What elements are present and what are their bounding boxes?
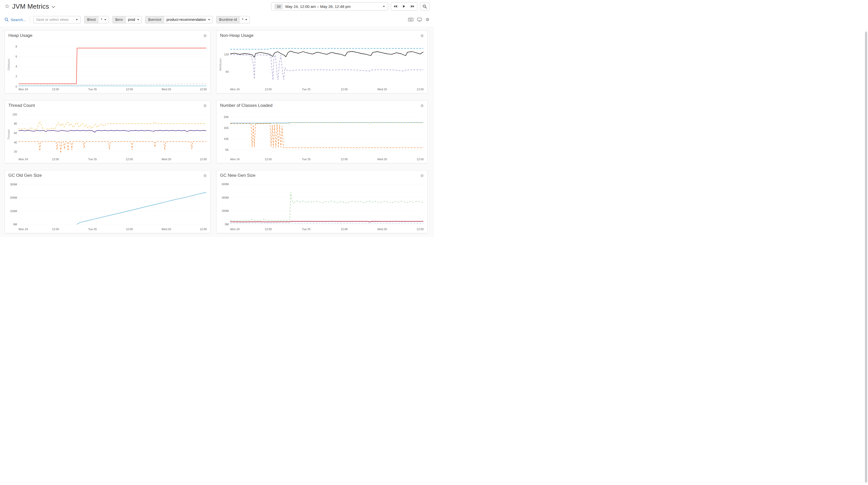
svg-text:Mon 24: Mon 24 (230, 158, 240, 161)
svg-text:12:00: 12:00 (265, 88, 272, 91)
svg-text:Tue 25: Tue 25 (88, 158, 97, 161)
favorite-star-icon[interactable]: ☆ (5, 4, 10, 9)
time-fast-forward-button[interactable] (408, 3, 417, 10)
rewind-icon (394, 5, 397, 8)
svg-text:Tue 25: Tue 25 (302, 88, 311, 91)
chart-heap-usage[interactable]: 02468Mon 2412:00Tue 2512:00Wed 2612:00Gi… (7, 41, 208, 92)
panel-settings-gear-icon[interactable]: ⚙ (204, 34, 207, 38)
svg-text:5K: 5K (225, 148, 229, 151)
svg-text:Gibibytes: Gibibytes (7, 59, 10, 70)
svg-text:Wed 26: Wed 26 (377, 88, 387, 91)
svg-text:20K: 20K (224, 116, 229, 119)
panel-title: Non-Heap Usage (220, 33, 253, 38)
template-var-service-label: $service (146, 16, 164, 23)
dashboard-settings-gear-icon[interactable]: ⚙ (426, 18, 429, 22)
panel-title: Heap Usage (8, 33, 33, 38)
panel-settings-gear-icon[interactable]: ⚙ (421, 174, 424, 177)
panel-thread-count: Thread Count ⚙ 20406080100Mon 2412:00Tue… (5, 100, 211, 163)
svg-text:0M: 0M (13, 223, 17, 226)
svg-text:Tue 25: Tue 25 (302, 228, 311, 231)
panel-gc-new-gen: GC New Gen Size ⚙ 0M200M400M600MMon 2412… (216, 170, 428, 233)
svg-text:Wed 26: Wed 26 (377, 228, 387, 231)
saved-views-caret-icon (76, 19, 78, 20)
panel-settings-gear-icon[interactable]: ⚙ (204, 104, 207, 107)
svg-text:12:00: 12:00 (200, 88, 207, 91)
svg-text:Wed 26: Wed 26 (377, 158, 387, 161)
svg-text:12:00: 12:00 (265, 158, 272, 161)
fullscreen-tv-button[interactable] (417, 18, 422, 22)
template-var-runtime-id-value: * (240, 16, 250, 23)
svg-text:12:00: 12:00 (126, 88, 133, 91)
panel-header: Number of Classes Loaded ⚙ (216, 100, 427, 110)
chart-gc-new-gen[interactable]: 0M200M400M600MMon 2412:00Tue 2512:00Wed … (219, 181, 425, 231)
chart-thread-count[interactable]: 20406080100Mon 2412:00Tue 2512:00Wed 261… (7, 110, 208, 161)
chart-classes-loaded[interactable]: 5K10K15K20KMon 2412:00Tue 2512:00Wed 261… (219, 110, 425, 161)
title-chevron-down-icon[interactable] (52, 6, 55, 8)
svg-text:128: 128 (224, 53, 229, 56)
panel-settings-gear-icon[interactable]: ⚙ (204, 174, 207, 177)
template-var-env-label: $env (113, 16, 126, 23)
dashboard-header: ☆ JVM Metrics 3d May 24, 12:00 am – May … (0, 0, 434, 13)
svg-text:12:00: 12:00 (417, 88, 424, 91)
svg-text:8: 8 (16, 45, 17, 48)
svg-text:60: 60 (14, 131, 17, 134)
dashboard-title: JVM Metrics (12, 3, 49, 10)
svg-text:Mon 24: Mon 24 (230, 228, 240, 231)
zoom-out-button[interactable] (420, 3, 429, 10)
svg-text:300M: 300M (10, 183, 17, 186)
svg-text:6: 6 (16, 55, 17, 58)
svg-text:200M: 200M (222, 209, 229, 213)
svg-text:Tue 25: Tue 25 (302, 158, 311, 161)
panel-title: Number of Classes Loaded (220, 103, 273, 108)
template-var-runtime-id-caret-icon (245, 19, 247, 20)
time-range-selector[interactable]: 3d May 24, 12:00 am – May 26, 12:48 pm (271, 2, 388, 10)
time-range-caret-icon (383, 6, 385, 7)
monitor-icon (417, 18, 422, 22)
template-var-host-caret-icon (104, 19, 106, 20)
svg-text:600M: 600M (222, 183, 229, 186)
template-var-runtime-id[interactable]: $runtime-id * (216, 16, 250, 23)
svg-text:80: 80 (14, 122, 17, 125)
svg-text:Mon 24: Mon 24 (19, 158, 28, 161)
panel-header: GC New Gen Size ⚙ (216, 170, 427, 181)
svg-text:12:00: 12:00 (341, 228, 348, 231)
svg-text:12:00: 12:00 (52, 228, 59, 231)
svg-text:40: 40 (14, 141, 17, 144)
saved-views-placeholder: Save or select views (36, 18, 69, 22)
svg-text:Wed 26: Wed 26 (161, 88, 171, 91)
time-backward-button[interactable] (391, 3, 400, 10)
svg-text:12:00: 12:00 (341, 88, 348, 91)
panel-header: Non-Heap Usage ⚙ (216, 31, 427, 41)
template-var-env[interactable]: $env prod (113, 16, 142, 23)
saved-views-select[interactable]: Save or select views (33, 16, 81, 23)
keyboard-shortcuts-button[interactable] (408, 18, 413, 21)
svg-text:12:00: 12:00 (417, 228, 424, 231)
search-label: Search... (11, 18, 26, 22)
panel-settings-gear-icon[interactable]: ⚙ (421, 104, 424, 107)
svg-text:12:00: 12:00 (265, 228, 272, 231)
template-var-host-value-text: * (101, 18, 102, 22)
panel-settings-gear-icon[interactable]: ⚙ (421, 34, 424, 38)
svg-text:Mon 24: Mon 24 (19, 228, 28, 231)
svg-text:200M: 200M (10, 196, 17, 199)
template-var-service[interactable]: $service product-recommendation (145, 16, 213, 23)
svg-text:12:00: 12:00 (341, 158, 348, 161)
svg-text:12:00: 12:00 (126, 228, 133, 231)
svg-text:12:00: 12:00 (200, 228, 207, 231)
svg-text:10K: 10K (224, 137, 229, 140)
svg-text:100M: 100M (10, 209, 17, 213)
keyboard-icon (408, 18, 413, 21)
time-play-button[interactable] (400, 3, 408, 10)
svg-text:12:00: 12:00 (200, 158, 207, 161)
svg-text:12:00: 12:00 (52, 158, 59, 161)
svg-text:12:00: 12:00 (126, 158, 133, 161)
svg-text:Tue 25: Tue 25 (88, 228, 97, 231)
chart-non-heap-usage[interactable]: 64128Mon 2412:00Tue 2512:00Wed 2612:00Me… (219, 41, 425, 92)
svg-text:2: 2 (16, 75, 17, 78)
search-control[interactable]: Search... (5, 18, 26, 22)
svg-text:20: 20 (14, 150, 17, 153)
svg-text:Tue 25: Tue 25 (88, 88, 97, 91)
chart-gc-old-gen[interactable]: 0M100M200M300MMon 2412:00Tue 2512:00Wed … (7, 181, 208, 231)
template-var-host[interactable]: $host * (84, 16, 109, 23)
svg-text:64: 64 (226, 70, 229, 73)
